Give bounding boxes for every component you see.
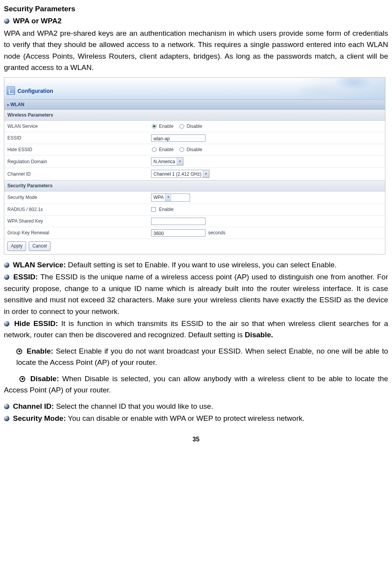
select-reg-domain[interactable]: N.America ▾ (151, 157, 183, 166)
para-essid: ESSID: The ESSID is the unique name of a… (4, 271, 388, 317)
disable-label: Disable: (30, 375, 62, 383)
opt-hide-disable: Disable (186, 147, 202, 152)
sphere-bullet-icon (4, 262, 9, 268)
config-header: Configuration (4, 78, 385, 99)
checkbox-radius[interactable] (151, 207, 156, 212)
channel-id-label: Channel ID: (13, 402, 56, 410)
row-radius: RADIUS / 802.1x Enable (4, 204, 385, 215)
row-hide-essid: Hide ESSID Enable Disable (4, 144, 385, 155)
select-security-mode-value: WPA (153, 194, 164, 201)
essid-label: ESSID: (13, 273, 40, 281)
security-mode-text: You can disable or enable with WPA or WE… (68, 414, 305, 422)
radio-hide-disable[interactable] (179, 147, 184, 152)
row-reg-domain: Regulation Domain N.America ▾ (4, 155, 385, 168)
enable-label: Enable: (27, 347, 56, 355)
select-channel-id[interactable]: Channel 1 (2.412 GHz) ▾ (151, 170, 209, 178)
chevron-down-icon: ▾ (203, 170, 209, 178)
input-group-key[interactable]: 3600 (151, 229, 206, 237)
sphere-bullet-icon (4, 416, 9, 421)
wireless-parameters-header: Wireless Parameters (4, 110, 385, 121)
sphere-bullet-icon (4, 18, 9, 24)
security-parameters-header: Security Parameters (4, 180, 385, 192)
radio-hide-enable[interactable] (152, 147, 157, 152)
input-essid[interactable]: wlan-ap (151, 134, 206, 142)
opt-hide-enable: Enable (159, 147, 173, 152)
row-channel-id: Channel ID Channel 1 (2.412 GHz) ▾ (4, 168, 385, 180)
lbl-security-mode: Security Mode (4, 192, 148, 204)
para-security-mode: Security Mode: You can disable or enable… (4, 413, 388, 424)
config-title: Configuration (17, 87, 53, 96)
wireless-params-table: WLAN Service Enable Disable ESSID wlan-a… (4, 121, 385, 181)
circle-dot-icon (16, 349, 22, 354)
wlan-section-link[interactable]: WLAN (4, 99, 385, 110)
enable-text: Select Enable if you do not want broadca… (16, 347, 388, 366)
security-mode-label: Security Mode: (13, 414, 68, 422)
sub-disable: Disable: When Disable is selected, you c… (4, 373, 388, 396)
essid-text: The ESSID is the unique name of a wirele… (4, 273, 388, 315)
wpa-paragraph: WPA and WPA2 pre-shared keys are an auth… (4, 28, 388, 73)
row-wlan-service: WLAN Service Enable Disable (4, 121, 385, 132)
bullet-wpa: WPA or WPA2 (4, 15, 388, 26)
lbl-reg-domain: Regulation Domain (4, 155, 148, 168)
lbl-essid: ESSID (4, 132, 148, 144)
config-icon (7, 86, 15, 95)
input-wpa-key[interactable] (151, 218, 206, 225)
lbl-group-key: Group Key Renewal (4, 227, 148, 239)
sub-enable: Enable: Select Enable if you do not want… (16, 345, 388, 368)
cancel-button[interactable]: Cancel (29, 241, 50, 251)
header-art (296, 78, 385, 99)
radio-wlan-disable[interactable] (179, 124, 184, 129)
row-group-key: Group Key Renewal 3600 seconds (4, 227, 385, 239)
select-channel-id-value: Channel 1 (2.412 GHz) (153, 171, 201, 178)
button-row: Apply Cancel (4, 239, 385, 254)
lbl-hide-essid: Hide ESSID (4, 144, 148, 155)
channel-id-text: Select the channel ID that you would lik… (56, 402, 213, 410)
apply-button[interactable]: Apply (7, 241, 26, 251)
row-wpa-key: WPA Shared Key (4, 215, 385, 227)
wlan-service-text: Default setting is set to Enable. If you… (68, 261, 337, 269)
radio-wlan-enable[interactable] (152, 124, 157, 129)
select-security-mode[interactable]: WPA ▾ (151, 193, 190, 202)
lbl-seconds: seconds (208, 230, 226, 235)
opt-enable: Enable (159, 124, 173, 129)
chevron-down-icon: ▾ (165, 194, 171, 201)
sphere-bullet-icon (4, 274, 9, 280)
page-number: 35 (4, 435, 388, 445)
sphere-bullet-icon (4, 321, 9, 326)
para-channel-id: Channel ID: Select the channel ID that y… (4, 401, 388, 412)
lbl-wlan-service: WLAN Service (4, 121, 148, 132)
heading-security-parameters: Security Parameters (4, 3, 388, 14)
lbl-radius: RADIUS / 802.1x (4, 204, 148, 215)
lbl-radius-enable: Enable (159, 207, 173, 212)
opt-disable: Disable (186, 124, 202, 129)
chevron-down-icon: ▾ (177, 158, 183, 165)
security-params-table: Security Mode WPA ▾ RADIUS / 802.1x Enab… (4, 192, 385, 239)
row-essid: ESSID wlan-ap (4, 132, 385, 144)
hide-essid-label: Hide ESSID: (14, 319, 61, 328)
hide-essid-text-a: It is function in which transmits its ES… (4, 319, 388, 339)
lbl-wpa-key: WPA Shared Key (4, 215, 148, 227)
wpa-or-wpa2-label: WPA or WPA2 (13, 17, 61, 25)
sphere-bullet-icon (4, 404, 9, 409)
lbl-channel-id: Channel ID (4, 168, 148, 180)
para-wlan-service: WLAN Service: Default setting is set to … (4, 259, 388, 270)
config-screenshot: Configuration WLAN Wireless Parameters W… (4, 77, 385, 255)
select-reg-domain-value: N.America (153, 158, 175, 166)
hide-essid-disable-bold: Disable. (245, 331, 273, 339)
circle-dot-icon (19, 376, 25, 382)
para-hide-essid: Hide ESSID: It is function in which tran… (4, 318, 388, 341)
wlan-service-label: WLAN Service: (13, 261, 68, 269)
row-security-mode: Security Mode WPA ▾ (4, 192, 385, 204)
